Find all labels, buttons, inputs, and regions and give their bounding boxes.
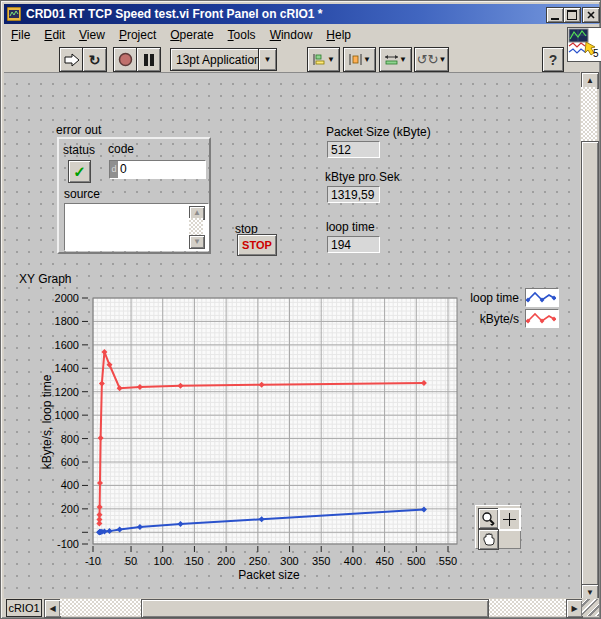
svg-text:450: 450 [375,555,393,567]
scroll-down-icon[interactable]: ▼ [189,235,205,249]
svg-text:300: 300 [280,555,298,567]
stop-button-text: STOP [242,239,272,251]
vi-icon-number: 5 [593,48,599,59]
source-label: source [64,187,100,201]
kbyte-per-sec-label: kBtye pro Sek [325,170,400,184]
magnifier-icon [481,511,496,526]
chevron-down-icon: ▼ [363,56,371,64]
xy-graph-title: XY Graph [19,272,71,286]
scroll-track[interactable] [189,218,203,235]
vi-icon: 5 [568,28,599,59]
reorder-button[interactable]: ↺↻ ▼ [414,47,449,72]
svg-text:1800: 1800 [55,315,79,327]
align-objects-button[interactable]: ▼ [307,47,340,72]
title-bar[interactable]: CRD01 RT TCP Speed test.vi Front Panel o… [4,4,599,24]
maximize-button[interactable] [563,7,581,23]
source-scrollbar[interactable]: ▲ ▼ [189,206,203,247]
zoom-tool-button[interactable] [478,508,499,529]
hand-icon [481,532,496,547]
svg-text:200: 200 [61,503,79,515]
execution-target-indicator[interactable]: cRIO1 [6,599,42,617]
graph-palette [475,505,521,549]
svg-text:250: 250 [249,555,267,567]
reorder-icon: ↺↻ [417,52,439,67]
vertical-scrollbar[interactable]: ▲ ▼ [580,72,598,599]
crosshair-icon [502,512,517,527]
maximize-icon [567,10,577,20]
labview-window: CRD01 RT TCP Speed test.vi Front Panel o… [0,0,601,619]
svg-text:1200: 1200 [55,386,79,398]
menu-window[interactable]: Window [263,26,320,44]
svg-text:-10: -10 [85,555,101,567]
radix-display[interactable]: d [110,161,118,178]
kbyte-per-sec-value: 1319,59 [327,186,380,203]
y-axis-label: kByte/s, loop time [40,362,54,482]
distribute-objects-icon [348,53,363,66]
menu-view[interactable]: View [72,26,112,44]
resize-objects-button[interactable]: ▼ [379,47,412,72]
svg-text:-100: -100 [57,538,79,550]
status-indicator[interactable]: ✓ [68,160,91,183]
svg-text:2000: 2000 [55,292,79,304]
scroll-left-icon[interactable]: ◀ [44,599,61,618]
resize-grip[interactable] [582,599,599,616]
cursor-tool-button[interactable] [498,508,521,531]
menu-bar: File Edit View Project Operate Tools Win… [4,24,599,45]
run-button[interactable] [59,47,84,72]
abort-icon [118,52,133,67]
loop-time-label: loop time [326,220,375,234]
svg-text:1400: 1400 [55,362,79,374]
pause-button[interactable] [136,47,161,72]
svg-text:150: 150 [185,555,203,567]
legend-loop-time-label: loop time [467,291,519,305]
menu-edit[interactable]: Edit [37,26,72,44]
stop-button[interactable]: STOP [237,234,277,256]
toolbar: ↻ 13pt Application Font ▼ ▼ ▼ ▼ ↺↻ ▼ ? [4,45,599,73]
menu-tools[interactable]: Tools [221,26,263,44]
minimize-button[interactable] [546,7,564,23]
window-title: CRD01 RT TCP Speed test.vi Front Panel o… [26,7,323,21]
scroll-thumb[interactable] [141,599,489,618]
svg-text:1000: 1000 [55,409,79,421]
minimize-icon [551,18,559,20]
packet-size-value: 512 [327,141,380,158]
loop-time-value: 194 [327,236,380,253]
scroll-thumb[interactable] [581,141,599,586]
source-field[interactable]: ▲ ▼ [64,203,209,251]
distribute-objects-button[interactable]: ▼ [343,47,376,72]
vi-icon-button[interactable]: 5 [567,27,601,62]
svg-text:50: 50 [125,555,137,567]
menu-file[interactable]: File [4,26,37,44]
legend-loop-time-icon[interactable] [525,288,559,307]
code-label: code [108,142,134,156]
pan-tool-button[interactable] [478,529,499,550]
front-panel[interactable]: error out status ✓ code d 0 source ▲ ▼ [4,72,580,599]
svg-text:350: 350 [312,555,330,567]
menu-operate[interactable]: Operate [163,26,220,44]
chevron-down-icon: ▼ [438,56,446,64]
run-continuous-button[interactable]: ↻ [82,47,107,72]
close-icon [587,11,595,19]
chevron-down-icon: ▼ [399,56,407,64]
run-icon [64,53,80,67]
svg-text:550: 550 [439,555,457,567]
svg-text:200: 200 [217,555,235,567]
scroll-right-icon[interactable]: ▶ [566,599,583,618]
help-button[interactable]: ? [542,47,564,72]
status-label: status [63,143,95,157]
align-objects-icon [312,53,327,66]
legend-kbytes-icon[interactable] [525,309,559,328]
abort-button[interactable] [113,47,138,72]
code-field[interactable]: d 0 [109,160,206,179]
chevron-down-icon: ▼ [327,56,335,64]
menu-project[interactable]: Project [112,26,163,44]
labview-app-icon [7,7,21,21]
font-selector[interactable]: 13pt Application Font [170,48,265,71]
run-continuous-icon: ↻ [89,52,101,68]
menu-help[interactable]: Help [319,26,358,44]
xy-graph-plot[interactable]: -100200400600800100012001400160018002000… [41,288,465,588]
font-selector-dropdown[interactable]: ▼ [258,48,277,71]
font-selector-value: 13pt Application Font [176,53,264,67]
close-button[interactable] [582,7,600,23]
svg-text:800: 800 [61,433,79,445]
